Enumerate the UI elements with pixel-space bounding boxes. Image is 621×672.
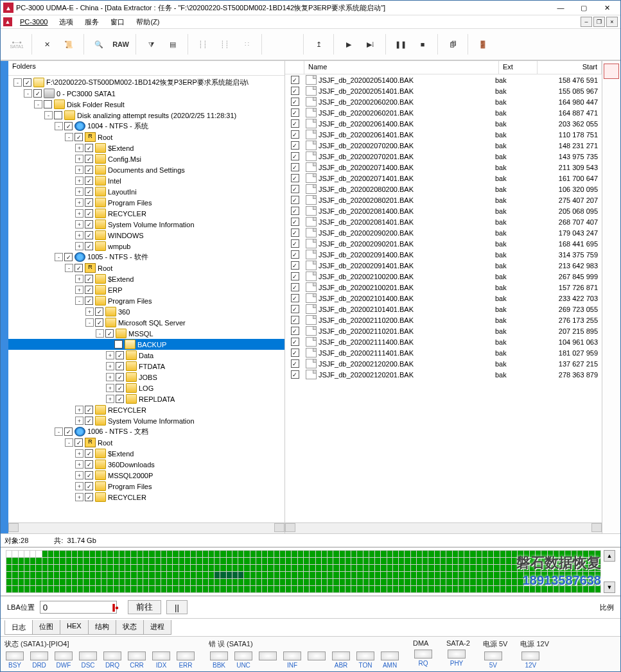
tree-node[interactable]: ✓BACKUP	[8, 339, 284, 350]
tree-node[interactable]: +✓MSSQL2000P	[8, 470, 284, 481]
close-button[interactable]: ✕	[596, 1, 618, 14]
file-checkbox[interactable]: ✓	[291, 185, 299, 193]
menu-options[interactable]: 选项	[54, 16, 78, 28]
file-row[interactable]: ✓JSJF_db_202002080200.BAKbak106 320 095	[285, 184, 602, 194]
file-list[interactable]: ✓JSJF_db_202002051400.BAKbak158 476 591✓…	[285, 74, 602, 522]
tree-checkbox[interactable]: ✓	[85, 144, 93, 152]
expand-toggle[interactable]: +	[75, 482, 83, 490]
tree-node[interactable]: -✓MSSQL	[8, 328, 284, 339]
tree-checkbox[interactable]: ✓	[85, 209, 93, 218]
exit-icon[interactable]: 🚪	[473, 33, 493, 55]
tree-checkbox[interactable]: ✓	[85, 231, 93, 239]
expand-toggle[interactable]: +	[75, 460, 83, 469]
expand-toggle[interactable]: +	[75, 198, 83, 207]
expand-toggle[interactable]: -	[55, 122, 63, 130]
tree-node[interactable]: +✓Config.Msi	[8, 153, 284, 164]
file-row[interactable]: ✓JSJF_db_202002070201.BAKbak143 975 735	[285, 151, 602, 162]
pause-icon[interactable]: ❚❚	[391, 33, 410, 55]
expand-toggle[interactable]: +	[106, 373, 114, 381]
tree-checkbox[interactable]: ✓	[85, 449, 93, 458]
tree-node[interactable]: +✓LayoutIni	[8, 186, 284, 197]
tree-checkbox[interactable]: ✓	[85, 166, 93, 174]
col-name[interactable]: Name	[304, 61, 499, 74]
file-row[interactable]: ✓JSJF_db_202002070200.BAKbak148 231 271	[285, 140, 602, 151]
child-restore-button[interactable]: ❐	[593, 17, 605, 27]
expand-toggle[interactable]: -	[65, 438, 73, 447]
filter-icon[interactable]: ⧩	[141, 33, 161, 55]
copy-icon[interactable]: 🗐	[443, 33, 462, 55]
graph2-icon[interactable]: ┊┊	[215, 33, 234, 55]
tree-checkbox[interactable]: ✓	[33, 89, 42, 98]
tree-checkbox[interactable]: ✓	[64, 253, 73, 261]
tree-node[interactable]: -✓RRoot	[8, 437, 284, 448]
tree-node[interactable]: +✓Documents and Settings	[8, 164, 284, 175]
tree-node[interactable]: +✓LOG	[8, 383, 284, 393]
file-hscroll[interactable]	[285, 522, 602, 533]
tree-node[interactable]: +✓RECYCLER	[8, 208, 284, 219]
expand-toggle[interactable]: -	[96, 329, 104, 338]
maximize-button[interactable]: ▢	[573, 1, 595, 14]
tab-3[interactable]: 结构	[88, 620, 116, 635]
graph3-icon[interactable]: ∷	[237, 33, 256, 55]
tree-node[interactable]: +✓ERP	[8, 284, 284, 295]
child-close-button[interactable]: ×	[606, 17, 618, 27]
search-icon[interactable]: 🔍	[89, 33, 109, 55]
lba-input[interactable]	[40, 601, 117, 614]
file-row[interactable]: ✓JSJF_db_202002090201.BAKbak168 441 695	[285, 238, 602, 249]
minimize-button[interactable]: —	[550, 1, 572, 14]
go-button[interactable]: 前往	[128, 600, 161, 614]
graph1-icon[interactable]: ┆┆	[193, 33, 213, 55]
script-icon[interactable]: 📜	[59, 33, 78, 55]
raw-button[interactable]: RAW	[111, 33, 130, 55]
tree-checkbox[interactable]: ✓	[85, 198, 93, 207]
menu-service[interactable]: 服务	[80, 16, 104, 28]
file-row[interactable]: ✓JSJF_db_202002060200.BAKbak164 980 447	[285, 96, 602, 107]
file-checkbox[interactable]: ✓	[291, 141, 299, 150]
file-row[interactable]: ✓JSJF_db_202002111400.BAKbak104 961 063	[285, 336, 602, 347]
expand-toggle[interactable]: +	[75, 209, 83, 218]
tree-node[interactable]: -✓F:\20200220-ST500DM002-1BD142恢复P3ERP要求…	[8, 77, 284, 88]
tree-checkbox[interactable]: ✓	[114, 340, 123, 349]
file-row[interactable]: ✓JSJF_db_202002051401.BAKbak155 085 967	[285, 85, 602, 96]
expand-toggle[interactable]: -	[24, 89, 32, 98]
tree-checkbox[interactable]: ✓	[74, 438, 83, 447]
expand-toggle[interactable]: -	[44, 111, 53, 119]
file-checkbox[interactable]: ✓	[291, 76, 299, 84]
file-checkbox[interactable]: ✓	[291, 87, 299, 95]
file-row[interactable]: ✓JSJF_db_202002061401.BAKbak110 178 751	[285, 129, 602, 140]
file-checkbox[interactable]: ✓	[291, 261, 299, 270]
expand-toggle[interactable]: +	[75, 166, 83, 174]
tree-checkbox[interactable]: ✓	[85, 220, 93, 228]
tools-icon[interactable]: ✕	[37, 33, 57, 55]
stop-icon[interactable]: ■	[413, 33, 432, 55]
play-ext-icon[interactable]: ▶⁞	[361, 33, 380, 55]
file-checkbox[interactable]: ✓	[291, 174, 299, 182]
tree-checkbox[interactable]: ✓	[85, 187, 93, 196]
col-ext[interactable]: Ext	[499, 61, 538, 74]
tree-node[interactable]: +✓Program Files	[8, 481, 284, 492]
tree-node[interactable]: +✓System Volume Information	[8, 219, 284, 230]
expand-toggle[interactable]: +	[75, 231, 83, 239]
tree-node[interactable]: -✓1004 - NTFS - 系统	[8, 121, 284, 132]
file-row[interactable]: ✓JSJF_db_202002081401.BAKbak268 707 407	[285, 216, 602, 227]
expand-toggle[interactable]: +	[85, 307, 94, 316]
tab-1[interactable]: 位图	[32, 620, 60, 635]
tree-checkbox[interactable]: ✓	[74, 264, 83, 272]
file-checkbox[interactable]: ✓	[291, 327, 299, 335]
tab-5[interactable]: 进程	[143, 620, 171, 635]
file-row[interactable]: ✓JSJF_db_202002060201.BAKbak164 887 471	[285, 107, 602, 118]
tab-4[interactable]: 状态	[116, 620, 144, 635]
file-checkbox[interactable]: ✓	[291, 370, 299, 379]
tab-0[interactable]: 日志	[4, 620, 33, 635]
file-checkbox[interactable]: ✓	[291, 359, 299, 368]
file-checkbox[interactable]: ✓	[291, 98, 299, 106]
file-checkbox[interactable]: ✓	[291, 196, 299, 204]
expand-toggle[interactable]: +	[75, 220, 83, 228]
tree-node[interactable]: -✓0 - PC3000 SATA1	[8, 88, 284, 99]
file-row[interactable]: ✓JSJF_db_202002051400.BAKbak158 476 591	[285, 74, 602, 85]
file-checkbox[interactable]: ✓	[291, 272, 299, 280]
tree-checkbox[interactable]: ✓	[85, 297, 93, 305]
tree-checkbox[interactable]: ✓	[85, 177, 93, 185]
file-row[interactable]: ✓JSJF_db_202002081400.BAKbak205 068 095	[285, 205, 602, 216]
file-row[interactable]: ✓JSJF_db_202002080201.BAKbak275 407 207	[285, 194, 602, 205]
